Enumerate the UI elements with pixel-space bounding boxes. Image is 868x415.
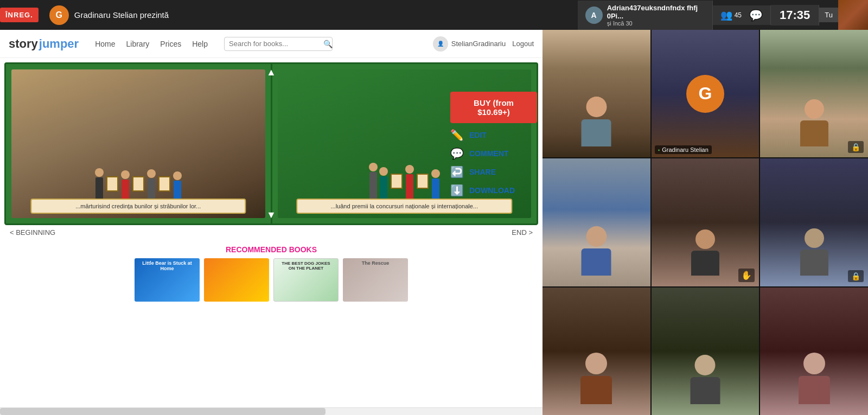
search-bar[interactable]: 🔍 [224, 37, 333, 51]
video-tile-3: 🔒 [760, 30, 868, 157]
user-profile-area[interactable]: 👤 StelianGradinariu [433, 36, 506, 52]
body-1 [95, 177, 103, 199]
body-r1 [369, 172, 377, 199]
participant-info: A Adrian437euksndnfndx fhfj 0Pi... și în… [578, 1, 713, 30]
lock-icon-6: 🔒 [848, 270, 864, 282]
icons-group: 👥 45 💬 [713, 5, 771, 25]
video-tile-9 [760, 288, 868, 415]
mic-active-icon: ▪ [658, 147, 660, 153]
nav-home[interactable]: Home [95, 40, 115, 48]
top-bar-right: A Adrian437euksndnfndx fhfj 0Pi... și în… [578, 0, 868, 30]
head-1 [95, 168, 104, 177]
figure-4 [173, 171, 182, 199]
user-name: StelianGradinariu [451, 40, 506, 48]
top-bar-left: ÎNREG. G Gradinaru Stelian prezintă [0, 5, 169, 25]
thumb-bg [838, 0, 868, 30]
video-tile-7 [542, 288, 650, 415]
nav-help[interactable]: Help [192, 40, 208, 48]
top-right-video-thumb [838, 0, 868, 30]
body-4 [174, 181, 181, 199]
top-bar: ÎNREG. G Gradinaru Stelian prezintă A Ad… [0, 0, 868, 30]
presenter-avatar: G [49, 5, 69, 25]
download-label: DOWNLOAD [469, 186, 515, 195]
nav-end[interactable]: END > [512, 228, 533, 237]
book-thumb-1[interactable]: Little Bear is Stuck at Home [135, 258, 200, 302]
recommended-section: RECOMMENDED BOOKS Little Bear is Stuck a… [4, 240, 538, 307]
people-count: 45 [735, 11, 742, 19]
website-container: storyjumper Home Library Prices Help 🔍 👤… [0, 30, 542, 415]
video-tile-1 [542, 30, 650, 157]
participant-avatar: A [585, 7, 603, 24]
search-icon[interactable]: 🔍 [323, 40, 333, 48]
thumb-label-1: Little Bear is Stuck at Home [135, 258, 200, 273]
buy-button[interactable]: BUY (from $10.69+) [450, 92, 537, 123]
body-r4 [432, 178, 439, 199]
video-tile-8 [652, 288, 760, 415]
logo-jumper: jumper [39, 37, 79, 51]
lock-icon-3: 🔒 [848, 141, 864, 153]
nav-right: 👤 StelianGradinariu Logout [433, 36, 534, 52]
book-thumb-2[interactable] [204, 258, 269, 302]
scrollbar-area[interactable] [0, 407, 542, 415]
video-tile-6: 🔒 [760, 158, 868, 286]
presenter-g-avatar: G [686, 75, 724, 113]
thumb-label-4: The Rescue [343, 258, 408, 268]
download-button[interactable]: ⬇️ DOWNLOAD [450, 184, 537, 197]
logo-area: storyjumper [9, 37, 79, 51]
book-thumb-4[interactable]: The Rescue [343, 258, 408, 302]
painting-3 [158, 176, 170, 191]
book-navigation: < BEGINNING END > [4, 225, 538, 240]
head-r4 [431, 169, 440, 178]
nav-links: Home Library Prices Help [95, 40, 208, 48]
edit-button[interactable]: ✏️ EDIT [450, 129, 537, 142]
head-4 [173, 171, 182, 180]
book-thumbnails: Little Bear is Stuck at Home THE BEST DO… [10, 258, 533, 302]
book-nav-bottom[interactable]: ▼ [266, 209, 276, 221]
book-nav-top[interactable]: ▲ [266, 67, 276, 78]
video-tile-presenter: G ▪ Gradinaru Stelian [652, 30, 760, 157]
comment-icon: 💬 [450, 147, 464, 160]
figure-r2 [379, 167, 388, 199]
comment-button[interactable]: 💬 COMMENT [450, 147, 537, 160]
chat-icon-wrap[interactable]: 💬 [745, 9, 763, 22]
page-image-left: ...mărturisind credința bunilor și străb… [11, 69, 265, 218]
body-r2 [380, 176, 387, 199]
book-thumb-3[interactable]: THE BEST DOG JOKESON THE PLANET [273, 258, 339, 302]
search-input[interactable] [229, 40, 320, 48]
main-area: storyjumper Home Library Prices Help 🔍 👤… [0, 30, 868, 415]
edit-icon: ✏️ [450, 129, 464, 142]
head-r3 [405, 165, 414, 174]
time-display: 17:35 [771, 5, 819, 25]
figure-r3 [405, 165, 414, 199]
chat-icon: 💬 [749, 9, 763, 22]
figure-3 [147, 169, 156, 199]
people-count-area[interactable]: 👥 45 [720, 9, 742, 21]
presenter-tile-label: ▪ Gradinaru Stelian [655, 145, 712, 154]
page-left-caption: ...mărturisind credința bunilor și străb… [30, 199, 246, 214]
participant-text: Adrian437euksndnfndx fhfj 0Pi... și încă… [607, 4, 705, 27]
body-2 [122, 180, 129, 199]
tu-badge: Tu [819, 8, 838, 22]
thumb-label-3: THE BEST DOG JOKESON THE PLANET [274, 259, 338, 273]
nav-bar: storyjumper Home Library Prices Help 🔍 👤… [0, 30, 542, 58]
nav-beginning[interactable]: < BEGINNING [10, 228, 55, 237]
head-2 [121, 170, 130, 179]
logout-button[interactable]: Logout [512, 40, 534, 48]
nav-prices[interactable]: Prices [160, 40, 181, 48]
share-button[interactable]: ↩️ SHARE [450, 165, 537, 178]
body-3 [148, 178, 155, 199]
user-avatar: 👤 [433, 36, 448, 52]
painting-r2 [417, 174, 429, 189]
participant-main-name: Adrian437euksndnfndx fhfj 0Pi... [607, 4, 705, 20]
presenter-name: Gradinaru Stelian prezintă [74, 10, 169, 20]
figure-r1 [369, 163, 378, 199]
edit-label: EDIT [469, 131, 487, 139]
presenter-tile-name: Gradinaru Stelian [662, 146, 709, 153]
browser-area: storyjumper Home Library Prices Help 🔍 👤… [0, 30, 542, 415]
share-icon: ↩️ [450, 165, 464, 178]
nav-library[interactable]: Library [126, 40, 150, 48]
recommended-title: RECOMMENDED BOOKS [10, 245, 533, 254]
scrollbar-thumb[interactable] [0, 408, 326, 415]
head-r1 [369, 163, 378, 171]
logo-story: story [9, 37, 38, 51]
